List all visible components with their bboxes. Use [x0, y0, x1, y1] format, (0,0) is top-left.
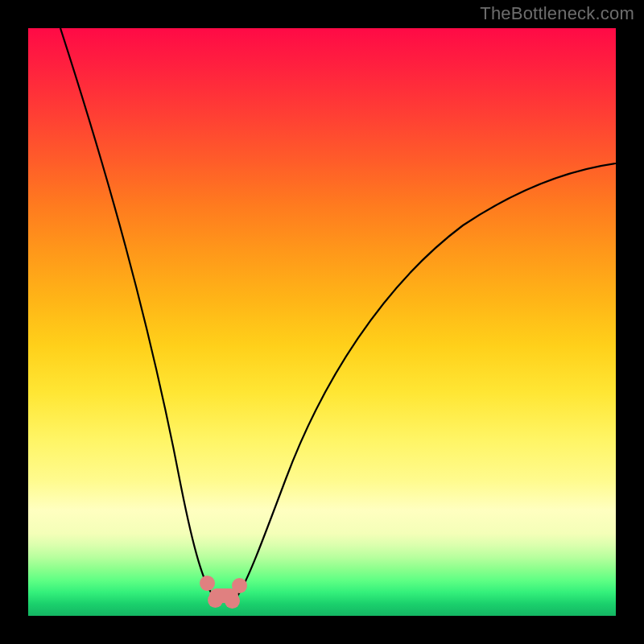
watermark-text: TheBottleneck.com [480, 3, 634, 24]
chart-frame [28, 28, 616, 616]
valley-bar [209, 588, 238, 603]
bottleneck-curve [28, 28, 616, 616]
curve-right-branch [237, 163, 616, 596]
curve-left-branch [60, 28, 213, 596]
